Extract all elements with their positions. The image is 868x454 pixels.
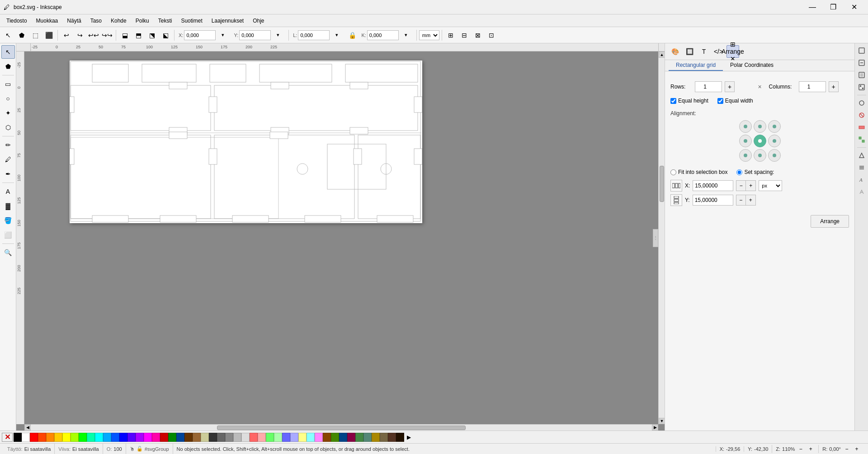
transform-btn[interactable]: ⬚	[29, 29, 42, 42]
color-mid-gray[interactable]	[225, 433, 233, 442]
color-blue-violet[interactable]	[127, 433, 136, 442]
scroll-thumb-h[interactable]	[217, 426, 466, 430]
align-top-left[interactable]	[739, 120, 752, 133]
panel-collapse-handle[interactable]: ⋮	[653, 229, 658, 247]
scroll-up-btn[interactable]: ▲	[659, 51, 665, 58]
polygon-tool[interactable]: ⬡	[1, 121, 15, 134]
align-top-center[interactable]	[754, 120, 766, 133]
y-input[interactable]	[239, 30, 271, 40]
select-tool-btn[interactable]: ↖	[2, 29, 14, 42]
menu-taso[interactable]: Taso	[86, 16, 106, 26]
grid-btn4[interactable]: ⊡	[485, 29, 498, 42]
menu-ohje[interactable]: Ohje	[248, 16, 269, 26]
spacing-unit-select[interactable]: px mm cm in	[759, 180, 782, 191]
arrange-btn-tab[interactable]: ⊞ Arrange ✕	[726, 45, 739, 58]
rotation-plus-btn[interactable]: +	[853, 445, 861, 453]
zoom-tool[interactable]: 🔍	[1, 246, 15, 259]
align-center[interactable]	[754, 135, 766, 147]
equal-width-checkbox[interactable]	[717, 98, 723, 104]
color-ext-15[interactable]	[363, 433, 372, 442]
redo2-btn[interactable]: ↪↪	[101, 29, 113, 42]
color-dark-red[interactable]	[160, 433, 168, 442]
equal-width-label[interactable]: Equal width	[717, 98, 753, 104]
fr-btn-2[interactable]	[856, 57, 867, 68]
color-cyan[interactable]	[95, 433, 103, 442]
color-d2[interactable]	[380, 433, 388, 442]
menu-kohde[interactable]: Kohde	[106, 16, 131, 26]
fr-btn-6[interactable]	[856, 110, 867, 121]
cols-add-btn[interactable]: +	[829, 81, 839, 92]
zoom-out-btn[interactable]: −	[797, 445, 805, 453]
fr-btn-1[interactable]	[856, 45, 867, 56]
menu-tiedosto[interactable]: Tiedosto	[2, 16, 32, 26]
minimize-button[interactable]: —	[802, 0, 823, 14]
set-spacing-radio[interactable]	[736, 169, 742, 175]
color-ext-6[interactable]	[290, 433, 298, 442]
k-input[interactable]	[367, 30, 399, 40]
color-ext-13[interactable]	[347, 433, 355, 442]
arrange-execute-btn[interactable]: Arrange	[811, 215, 849, 228]
unit-select[interactable]: mm px cm in	[419, 30, 439, 40]
fr-btn-7[interactable]	[856, 122, 867, 133]
l-chevron-btn[interactable]: ▾	[330, 29, 343, 42]
menu-muokkaa[interactable]: Muokkaa	[32, 16, 63, 26]
menu-teksti[interactable]: Teksti	[154, 16, 177, 26]
align-bot-left[interactable]	[739, 149, 752, 162]
node-edit-tool[interactable]: ⬟	[1, 60, 15, 73]
distribute-btn[interactable]: ⬕	[159, 29, 172, 42]
pencil-tool[interactable]: ✏	[1, 138, 15, 152]
maximize-button[interactable]: ❐	[823, 0, 844, 14]
spacing-x-plus[interactable]: +	[746, 180, 756, 191]
arrow-tool[interactable]: ↖	[1, 45, 15, 59]
calligraphy-tool[interactable]: ✒	[1, 167, 15, 181]
eraser-tool[interactable]: ⬜	[1, 228, 15, 242]
color-ext-12[interactable]	[339, 433, 347, 442]
undo-btn[interactable]: ↩	[60, 29, 73, 42]
align-bot-center[interactable]	[754, 149, 766, 162]
spacing-y-plus[interactable]: +	[746, 195, 756, 206]
color-gray[interactable]	[217, 433, 225, 442]
rectangular-grid-tab[interactable]: Rectangular grid	[669, 60, 723, 71]
color-d1[interactable]	[372, 433, 380, 442]
menu-laajennukset[interactable]: Laajennukset	[207, 16, 248, 26]
gradient-tool[interactable]: ▓	[1, 199, 15, 213]
close-button[interactable]: ✕	[844, 0, 864, 14]
color-pink[interactable]	[152, 433, 160, 442]
color-ext-11[interactable]	[331, 433, 339, 442]
x-input[interactable]	[184, 30, 216, 40]
rotation-minus-btn[interactable]: −	[843, 445, 851, 453]
color-ext-3[interactable]	[266, 433, 274, 442]
fr-btn-10[interactable]	[856, 162, 867, 173]
paint-tool[interactable]: 🪣	[1, 214, 15, 227]
text-tool[interactable]: A	[1, 185, 15, 198]
object-props-btn[interactable]: 🔲	[683, 45, 696, 58]
spacing-x-minus[interactable]: −	[736, 180, 746, 191]
color-yellow-orange[interactable]	[54, 433, 62, 442]
star-tool[interactable]: ✦	[1, 106, 15, 120]
color-white[interactable]	[22, 433, 30, 442]
color-ext-8[interactable]	[307, 433, 315, 442]
color-blue[interactable]	[119, 433, 127, 442]
color-ext-1[interactable]	[250, 433, 258, 442]
menu-nayta[interactable]: Näytä	[62, 16, 85, 26]
crop-btn[interactable]: ⬛	[42, 29, 55, 42]
equal-height-label[interactable]: Equal height	[670, 98, 708, 104]
cols-input[interactable]	[799, 81, 826, 92]
undo2-btn[interactable]: ↩↩	[87, 29, 100, 42]
fr-btn-3[interactable]	[856, 70, 867, 80]
align-right-btn[interactable]: ⬔	[146, 29, 158, 42]
color-red[interactable]	[30, 433, 38, 442]
rows-input[interactable]	[695, 81, 722, 92]
color-blue-light[interactable]	[111, 433, 119, 442]
fit-selection-label[interactable]: Fit into selection box	[670, 169, 727, 175]
spacing-x-input[interactable]	[693, 180, 733, 191]
lock-btn[interactable]: 🔒	[346, 29, 359, 42]
text-tool-btn[interactable]: T	[698, 45, 710, 58]
zoom-in-btn[interactable]: +	[807, 445, 815, 453]
menu-polku[interactable]: Polku	[131, 16, 154, 26]
l-input[interactable]	[298, 30, 330, 40]
fr-btn-11[interactable]: A	[856, 174, 867, 185]
align-mid-left[interactable]	[739, 135, 752, 147]
color-violet[interactable]	[136, 433, 144, 442]
color-black[interactable]	[14, 433, 22, 442]
